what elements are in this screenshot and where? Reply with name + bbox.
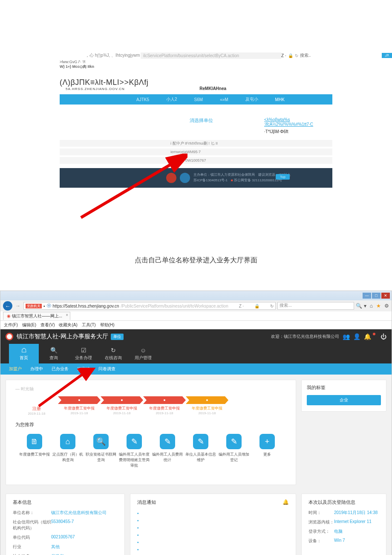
main-nav: AJTK5 小人2 S6M «»M 及屯小 MHK xyxy=(60,94,332,105)
value: Win 7 xyxy=(334,538,345,544)
value: 镇江市亿光信息科技有限公司 xyxy=(51,510,107,516)
home-icon[interactable]: ⌂ xyxy=(370,303,373,309)
service-item[interactable]: 🔍职业资格证书联网查询 xyxy=(85,434,117,468)
service-item[interactable]: ✎编外用工人员年度费用明细账主管局审批 xyxy=(118,434,150,468)
menu-item[interactable]: 收藏夹(A) xyxy=(59,322,77,328)
value: 吴建华 xyxy=(51,553,64,555)
nav-user[interactable]: ☺用户管理 xyxy=(128,344,158,363)
label: 行业 xyxy=(13,544,51,550)
search-icon[interactable]: 🔍 ▾ xyxy=(356,303,366,309)
notice-item[interactable] xyxy=(137,517,289,524)
menu-item[interactable]: 查看(V) xyxy=(40,322,55,328)
gear-icon[interactable]: ⚙ xyxy=(384,303,389,309)
svg-line-0 xyxy=(81,162,175,218)
hospital-icon: ⌂ xyxy=(60,434,75,449)
cert-icon: ▪ xyxy=(43,304,45,308)
select-unit-label: 消选择单位 xyxy=(60,117,213,134)
nav-business[interactable]: ☑业务办理 xyxy=(69,344,98,363)
search-box[interactable]: 搜索.. xyxy=(300,52,311,58)
value: Internet Explorer 11 xyxy=(334,519,372,525)
address-bar[interactable]: ilcServicePlatform/business/unit/selectB… xyxy=(141,52,281,59)
window-controls[interactable]: ↓P. xyxy=(382,53,392,58)
task-icon: ☑ xyxy=(81,347,86,354)
nav-item[interactable]: 及屯小 xyxy=(245,96,258,102)
side-text: ·T*IJβM·Φ6ft xyxy=(264,129,332,134)
nav-item[interactable]: «»M xyxy=(220,97,228,102)
unit-row[interactable]: i 配中户 IFrMXfImui删 ! 匕 II xyxy=(60,140,332,147)
browser-tab[interactable]: ◉ 镇江市智慧人社——网上... xyxy=(3,312,70,320)
svg-line-1 xyxy=(39,372,86,406)
label: 社会信用代码（组织机构代码） xyxy=(13,519,51,531)
edit-icon: ✎ xyxy=(160,434,175,449)
label: 单位代码 xyxy=(13,535,51,540)
nav-query[interactable]: 🔍查询 xyxy=(39,344,69,363)
minimize-button[interactable]: — xyxy=(363,293,371,299)
refresh-icon[interactable]: ↻ xyxy=(270,304,274,308)
service-item[interactable]: ✎编外用工人员增加登记 xyxy=(218,434,250,468)
menu-item[interactable]: 帮助(H) xyxy=(100,322,115,328)
notification-dot xyxy=(373,333,375,335)
top-button[interactable]: Top xyxy=(276,174,290,180)
timeline-step[interactable]: 年度缴费工资申报2019-11-18 xyxy=(186,396,228,416)
gov-badge: 党政机关 xyxy=(26,304,42,308)
nav-home[interactable]: ☖首页 xyxy=(9,344,39,363)
notice-item[interactable] xyxy=(137,510,289,517)
garbled-text: W) 1«) Mcc◇肉 IIkn xyxy=(0,64,392,70)
side-link[interactable]: <λ%oβwta%s :ifcA½2%i!%%%#%1tt7·C xyxy=(264,117,313,127)
menu-item[interactable]: 文件(F) xyxy=(4,322,18,328)
label: 登录方式： xyxy=(308,529,334,535)
garbled-text: >lww:GvG /'· ?l xyxy=(0,60,392,64)
back-button[interactable]: ← xyxy=(3,301,12,311)
forward-button[interactable]: → xyxy=(14,302,22,310)
user-group-icon[interactable]: 👥 xyxy=(343,333,350,340)
label: 法人姓名 xyxy=(13,553,51,555)
ie-icon: ⓔ xyxy=(47,303,51,309)
login-info-title: 本次以及历次登陆信息 xyxy=(308,499,379,506)
user-icon[interactable]: 👤 xyxy=(353,333,360,340)
bell-icon[interactable]: 🔔 xyxy=(364,333,371,340)
notice-item[interactable] xyxy=(137,539,289,546)
label: 单位名称： xyxy=(13,510,51,516)
edit-icon: ✎ xyxy=(226,434,242,449)
maximize-button[interactable]: □ xyxy=(372,293,380,299)
cert-icon: 🔍 xyxy=(93,434,109,449)
bell-icon[interactable]: 🔔 xyxy=(282,499,289,505)
edit-icon: ✎ xyxy=(127,434,142,449)
search-prefix: Z · xyxy=(239,304,244,308)
notice-item[interactable] xyxy=(137,546,289,553)
service-item[interactable]: ✎编外用工人员费用统计 xyxy=(152,434,183,468)
notice-item[interactable] xyxy=(137,532,289,539)
basic-info-title: 基本信息 xyxy=(13,499,118,506)
nav-item[interactable]: 小人2 xyxy=(166,96,177,102)
lock-icon: 🔒 xyxy=(288,53,293,58)
site-logo-icon xyxy=(6,333,13,340)
value: 电脑 xyxy=(334,529,343,535)
service-more[interactable]: +更多 xyxy=(251,434,283,468)
service-item[interactable]: ✎单位人员基本信息维护 xyxy=(185,434,216,468)
timeline-step[interactable]: 年度缴费工资申报2019-11-18 xyxy=(101,396,143,416)
site-logo: (Λ)βJΠK≡λlt-MLI>>KβΛfj 5A.HRSS.ZHENJIANG… xyxy=(60,78,148,91)
service-item[interactable]: 🗎年度缴费工资申报 xyxy=(19,434,50,468)
timeline-step[interactable]: 年度缴费工资申报2019-11-18 xyxy=(143,396,186,416)
subnav-item[interactable]: 加盟户 xyxy=(9,366,22,372)
search-box[interactable]: 搜索... xyxy=(277,302,354,310)
refresh-icon[interactable]: ↻ xyxy=(295,53,298,58)
service-item[interactable]: ⌂定点医疗（药）机构查询 xyxy=(52,434,84,468)
window-titlebar: — □ ✕ xyxy=(0,291,392,300)
address-bar[interactable]: 党政机关 ▪ ⓔ https://5atest.hrss.zhenjiang.g… xyxy=(23,302,276,310)
tag-button[interactable]: 企业 xyxy=(307,395,381,405)
login-link[interactable]: ReMKIAHnea xyxy=(199,86,226,91)
menu-item[interactable]: 编辑(E) xyxy=(22,322,36,328)
close-button[interactable]: ✕ xyxy=(381,293,390,299)
nav-item[interactable]: MHK xyxy=(275,97,285,102)
notice-item[interactable] xyxy=(137,524,289,532)
menu-item[interactable]: 工具(T) xyxy=(82,322,96,328)
nav-item[interactable]: S6M xyxy=(194,97,203,102)
chat-icon: ↻ xyxy=(111,347,116,354)
instruction-caption: 点击自己单位名称登录进入业务大厅界面 xyxy=(0,256,392,265)
power-icon[interactable]: ⏻ xyxy=(380,333,386,340)
nav-item[interactable]: AJTK5 xyxy=(136,97,149,102)
value: 0021005767 xyxy=(51,535,75,540)
nav-consult[interactable]: ↻在线咨询 xyxy=(98,344,128,363)
favorites-icon[interactable]: ★ xyxy=(376,303,381,309)
